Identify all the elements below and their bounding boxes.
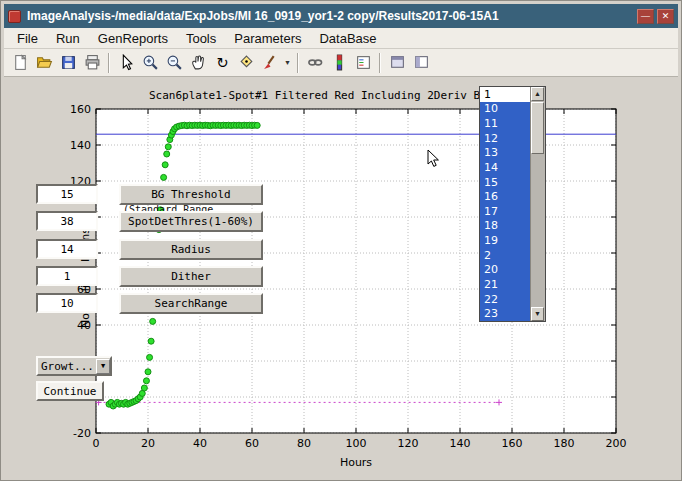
window-icon	[8, 10, 21, 23]
svg-text:20: 20	[141, 437, 155, 450]
svg-text:100: 100	[346, 437, 367, 450]
svg-text:Hours: Hours	[340, 456, 372, 469]
svg-text:140: 140	[450, 437, 471, 450]
link-plots-button[interactable]	[303, 51, 327, 75]
searchrange-button[interactable]: SearchRange	[119, 293, 263, 314]
scan-listbox: 110111213141516171819220212223 ▲ ▼	[479, 86, 546, 322]
svg-text:↻: ↻	[216, 54, 228, 71]
close-button[interactable]: ✕	[657, 9, 674, 24]
brush-button[interactable]	[258, 51, 282, 75]
searchrange-field[interactable]	[36, 293, 98, 313]
pan-button[interactable]	[186, 51, 210, 75]
list-item-17[interactable]: 17	[480, 204, 530, 219]
menu-bar: FileRunGenReportsToolsParametersDataBase	[4, 28, 678, 49]
menu-genreports[interactable]: GenReports	[89, 29, 177, 48]
window-buttons: — ✕	[637, 9, 674, 24]
data-cursor-button[interactable]	[234, 51, 258, 75]
list-item-15[interactable]: 15	[480, 175, 530, 190]
zoom-out-icon	[166, 54, 183, 71]
app-window: ImageAnalysis-/media/data/ExpJobs/MI 16_…	[0, 0, 682, 481]
menu-tools[interactable]: Tools	[177, 29, 225, 48]
minimize-button[interactable]: —	[637, 9, 654, 24]
toolbar-separator	[379, 53, 381, 73]
svg-text:60: 60	[245, 437, 259, 450]
growth-dropdown-button[interactable]: Growt... ▼	[36, 356, 112, 376]
scroll-down-icon: ▼	[534, 310, 541, 317]
hide-plot-tools-button[interactable]	[385, 51, 409, 75]
list-item-21[interactable]: 21	[480, 277, 530, 292]
bg-threshold-button[interactable]: BG Threshold	[119, 184, 263, 205]
colorbar-icon	[331, 54, 348, 71]
scroll-thumb[interactable]	[531, 102, 544, 154]
new-button[interactable]	[8, 51, 32, 75]
svg-text:160: 160	[70, 103, 91, 116]
mouse-cursor	[427, 149, 440, 168]
continue-button[interactable]: Continue	[36, 381, 104, 401]
dither-button[interactable]: Dither	[119, 266, 263, 287]
scan-list-items: 110111213141516171819220212223	[480, 87, 530, 321]
menu-file[interactable]: File	[8, 29, 47, 48]
svg-text:Scan6plate1-Spot#1 Filtered Re: Scan6plate1-Spot#1 Filtered Red Includin…	[149, 89, 487, 102]
list-item-11[interactable]: 11	[480, 116, 530, 131]
list-item-18[interactable]: 18	[480, 219, 530, 234]
list-item-14[interactable]: 14	[480, 160, 530, 175]
list-scrollbar[interactable]: ▲ ▼	[530, 87, 545, 321]
open-button[interactable]	[32, 51, 56, 75]
svg-text:140: 140	[70, 139, 91, 152]
menu-run[interactable]: Run	[47, 29, 89, 48]
window-title: ImageAnalysis-/media/data/ExpJobs/MI 16_…	[27, 9, 631, 23]
svg-text:40: 40	[193, 437, 207, 450]
svg-text:160: 160	[502, 437, 523, 450]
list-item-13[interactable]: 13	[480, 146, 530, 161]
edit-arrow-icon	[118, 54, 135, 71]
list-item-22[interactable]: 22	[480, 292, 530, 307]
list-item-1[interactable]: 1	[480, 87, 530, 102]
list-item-10[interactable]: 10	[480, 102, 530, 117]
new-icon	[12, 54, 29, 71]
bg-threshold-field[interactable]	[36, 184, 98, 204]
dither-field[interactable]	[36, 266, 98, 286]
colorbar-button[interactable]	[327, 51, 351, 75]
svg-text:200: 200	[606, 437, 627, 450]
toolbar-separator	[108, 53, 110, 73]
brush-dropdown-button[interactable]: ▼	[282, 51, 293, 75]
toolbar-separator	[297, 53, 299, 73]
figure-area: 020406080100120140160180200-200204060801…	[4, 77, 678, 477]
scroll-up-button[interactable]: ▲	[531, 87, 544, 101]
dropdown-arrow-icon: ▼	[96, 359, 110, 374]
scroll-down-button[interactable]: ▼	[531, 307, 544, 321]
list-item-19[interactable]: 19	[480, 233, 530, 248]
list-item-2[interactable]: 2	[480, 248, 530, 263]
zoom-out-button[interactable]	[162, 51, 186, 75]
menu-parameters[interactable]: Parameters	[225, 29, 310, 48]
save-button[interactable]	[56, 51, 80, 75]
save-icon	[60, 54, 77, 71]
svg-text:120: 120	[398, 437, 419, 450]
zoom-in-button[interactable]	[138, 51, 162, 75]
scroll-up-icon: ▲	[534, 90, 541, 97]
list-item-20[interactable]: 20	[480, 263, 530, 278]
data-cursor-icon	[238, 54, 255, 71]
rotate-button[interactable]: ↻	[210, 51, 234, 75]
spotdetthres-1-60-field[interactable]	[36, 211, 98, 231]
link-plots-icon	[307, 54, 324, 71]
growth-dropdown-label: Growt...	[41, 360, 94, 373]
svg-text:180: 180	[554, 437, 575, 450]
hide-plot-tools-icon	[389, 54, 406, 71]
radius-button[interactable]: Radius	[119, 239, 263, 260]
print-button[interactable]	[80, 51, 104, 75]
edit-arrow-button[interactable]	[114, 51, 138, 75]
toolbar: ↻▼	[4, 49, 678, 77]
list-item-16[interactable]: 16	[480, 189, 530, 204]
list-item-23[interactable]: 23	[480, 306, 530, 321]
show-plot-tools-button[interactable]	[409, 51, 433, 75]
menu-database[interactable]: DataBase	[310, 29, 385, 48]
plot-area[interactable]: 020406080100120140160180200-200204060801…	[4, 77, 678, 477]
list-item-12[interactable]: 12	[480, 131, 530, 146]
zoom-in-icon	[142, 54, 159, 71]
open-icon	[36, 54, 53, 71]
legend-icon	[355, 54, 372, 71]
radius-field[interactable]	[36, 239, 98, 259]
spotdetthres-1-60-button[interactable]: SpotDetThres(1-60%)	[119, 211, 263, 232]
legend-button[interactable]	[351, 51, 375, 75]
